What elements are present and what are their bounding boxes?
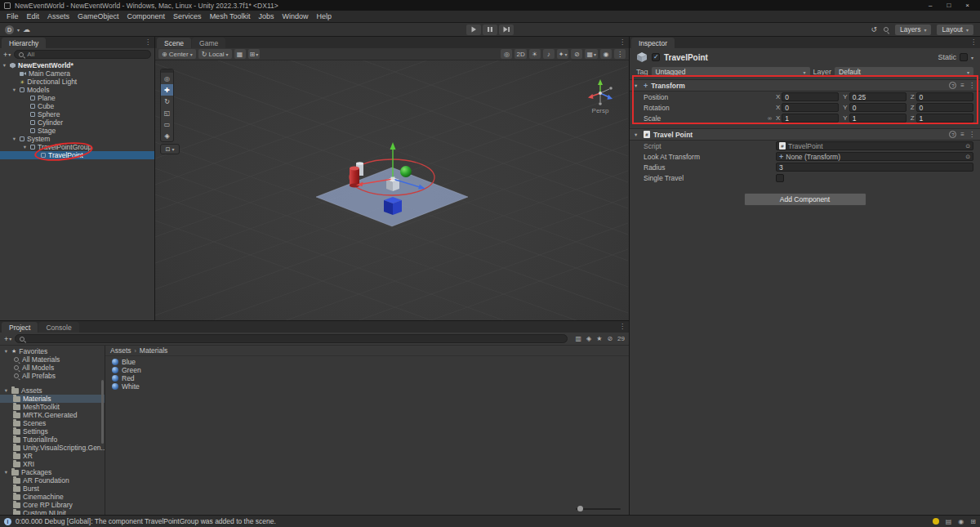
tree-item-ar-foundation[interactable]: AR Foundation xyxy=(0,476,105,485)
tree-item-packages[interactable]: ▾ Packages xyxy=(0,468,105,476)
asset-item-green[interactable]: Green xyxy=(105,366,629,374)
menu-help[interactable]: Help xyxy=(313,12,336,20)
tree-item-settings[interactable]: Settings xyxy=(0,427,105,435)
minimize-button[interactable]: – xyxy=(929,2,932,9)
move-tool-button[interactable]: ✚ xyxy=(161,84,173,96)
tree-scrollbar[interactable] xyxy=(101,380,104,444)
component-menu-icon[interactable]: ⋮ xyxy=(969,82,975,89)
rotation-x-field[interactable]: 0 xyxy=(782,103,839,112)
project-panel-menu-icon[interactable]: ⋮ xyxy=(619,323,626,330)
hierarchy-item-sphere[interactable]: Sphere xyxy=(0,110,154,118)
notification-icon[interactable] xyxy=(933,518,939,525)
pause-button[interactable] xyxy=(483,25,497,35)
gameobject-cube-icon[interactable] xyxy=(636,51,648,63)
tab-project[interactable]: Project xyxy=(2,322,38,333)
menu-window[interactable]: Window xyxy=(278,12,313,20)
tree-item-materials[interactable]: Materials xyxy=(0,395,105,403)
radius-field[interactable]: 3 xyxy=(776,163,973,172)
component-menu-icon[interactable]: ⋮ xyxy=(969,131,975,138)
position-z-field[interactable]: 0 xyxy=(916,92,973,101)
render-mode-icon[interactable]: ◎ xyxy=(501,49,512,59)
projection-label[interactable]: Persp xyxy=(592,107,609,114)
tree-item-meshtoolkit[interactable]: MeshToolkit xyxy=(0,403,105,411)
plane-object[interactable] xyxy=(316,167,468,226)
undo-history-icon[interactable]: ↺ xyxy=(871,25,877,33)
foldout-arrow-icon[interactable]: ▾ xyxy=(3,469,9,476)
foldout-arrow-icon[interactable]: ▾ xyxy=(2,62,7,69)
status-bar[interactable]: i 0:00.000 Debug [Global]: The component… xyxy=(0,515,980,527)
tree-item-tutorialinfo[interactable]: TutorialInfo xyxy=(0,435,105,444)
hierarchy-item-system[interactable]: ▾ System xyxy=(0,135,154,143)
tool-handle-space-button[interactable]: ↻Local▾ xyxy=(198,49,232,59)
menu-jobs[interactable]: Jobs xyxy=(254,12,278,20)
close-button[interactable]: × xyxy=(965,2,969,9)
tab-hierarchy[interactable]: Hierarchy xyxy=(2,38,46,48)
tab-scene[interactable]: Scene xyxy=(157,38,191,48)
tab-game[interactable]: Game xyxy=(192,38,225,48)
menu-mesh-toolkit[interactable]: Mesh Toolkit xyxy=(206,12,255,20)
play-button[interactable] xyxy=(466,25,481,35)
tab-console[interactable]: Console xyxy=(38,322,78,333)
hierarchy-item-cube[interactable]: Cube xyxy=(0,102,154,110)
add-component-button[interactable]: Add Component xyxy=(744,193,866,206)
progress-icon[interactable]: ⊞ xyxy=(970,518,976,525)
hierarchy-panel-menu-icon[interactable]: ⋮ xyxy=(145,38,151,46)
project-search-input[interactable] xyxy=(15,334,567,343)
menu-services[interactable]: Services xyxy=(169,12,206,20)
scene-panel-menu-icon[interactable]: ⋮ xyxy=(619,38,626,46)
snap-tool-button[interactable]: ⊡▾ xyxy=(160,144,180,154)
layers-dropdown[interactable]: Layers ▾ xyxy=(895,25,932,35)
tree-item-mrtk-generated[interactable]: MRTK.Generated xyxy=(0,411,105,419)
rect-tool-button[interactable]: ▭ xyxy=(161,118,173,130)
2d-toggle-button[interactable]: 2D xyxy=(514,49,526,59)
scale-z-field[interactable]: 1 xyxy=(916,114,973,123)
rotate-tool-button[interactable]: ↻ xyxy=(161,96,173,107)
tree-item-scenes[interactable]: Scenes xyxy=(0,419,105,427)
tree-item-all-models[interactable]: All Models xyxy=(0,364,105,372)
transform-tool-button[interactable]: ◈ xyxy=(161,130,173,141)
scene-lighting-toggle-icon[interactable]: ☀ xyxy=(529,49,541,59)
scene-audio-toggle-icon[interactable]: ♪ xyxy=(543,49,555,59)
camera-settings-icon[interactable]: ◉ xyxy=(600,49,612,59)
hierarchy-item-plane[interactable]: Plane xyxy=(0,94,154,102)
hierarchy-item-models[interactable]: ▾ Models xyxy=(0,86,154,94)
effects-toggle-icon[interactable]: ✦▾ xyxy=(557,49,569,59)
foldout-arrow-icon[interactable]: ▾ xyxy=(635,83,640,89)
tree-item-all-prefabs[interactable]: All Prefabs xyxy=(0,372,105,380)
grid-snap-toggle-icon[interactable]: ▦ xyxy=(234,49,246,59)
link-scale-icon[interactable]: ∞ xyxy=(768,115,772,121)
tree-item-burst[interactable]: Burst xyxy=(0,485,105,493)
tab-inspector[interactable]: Inspector xyxy=(631,38,675,48)
tree-item-favorites[interactable]: ▾ ★ Favorites xyxy=(0,347,105,355)
help-icon[interactable]: ? xyxy=(949,131,956,138)
menu-file[interactable]: File xyxy=(2,12,23,20)
active-checkbox[interactable] xyxy=(652,53,660,61)
tree-item-custom-nunit[interactable]: Custom NUnit xyxy=(0,509,105,515)
tree-item-all-materials[interactable]: All Materials xyxy=(0,355,105,364)
thumbnail-zoom-slider[interactable] xyxy=(576,505,621,511)
asset-item-blue[interactable]: Blue xyxy=(105,358,629,366)
tree-item-xr[interactable]: XR xyxy=(0,452,105,460)
inspector-panel-menu-icon[interactable]: ⋮ xyxy=(970,38,977,46)
account-avatar[interactable]: D xyxy=(5,25,14,34)
tag-dropdown[interactable]: Untagged ▾ xyxy=(652,67,810,77)
script-field[interactable]: # TravelPoint ⊙ xyxy=(776,141,973,150)
static-dropdown-icon[interactable]: ▾ xyxy=(971,55,973,60)
maximize-button[interactable]: □ xyxy=(947,2,951,9)
rotation-z-field[interactable]: 0 xyxy=(916,103,973,112)
static-checkbox[interactable] xyxy=(960,53,968,61)
position-y-field[interactable]: 0.25 xyxy=(849,92,906,101)
breadcrumb-current[interactable]: Materials xyxy=(140,346,167,355)
green-sphere-object[interactable] xyxy=(400,166,412,177)
hierarchy-item-travelpointgroup[interactable]: ▾ TravelPointGroup xyxy=(0,143,154,151)
global-search-icon[interactable] xyxy=(883,26,889,33)
slider-thumb[interactable] xyxy=(577,506,583,511)
travel-point-header[interactable]: ▾ # Travel Point ? ≡ ⋮ xyxy=(630,128,980,141)
object-picker-icon[interactable]: ⊙ xyxy=(965,154,970,160)
menu-assets[interactable]: Assets xyxy=(43,12,74,20)
cloud-services-icon[interactable]: ☁ xyxy=(23,25,30,33)
create-asset-button[interactable]: +▾ xyxy=(4,335,11,343)
object-picker-icon[interactable]: ⊙ xyxy=(965,143,970,150)
foldout-arrow-icon[interactable]: ▾ xyxy=(11,136,17,142)
scale-y-field[interactable]: 1 xyxy=(849,114,906,123)
